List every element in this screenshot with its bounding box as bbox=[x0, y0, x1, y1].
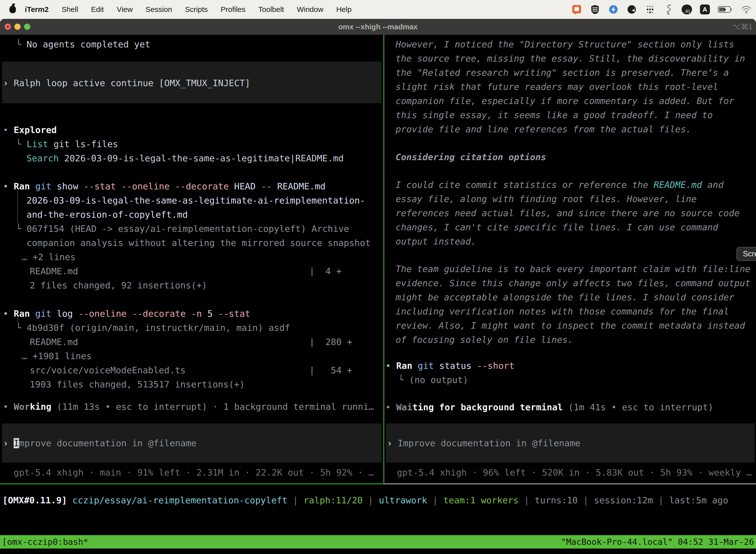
reasoning-paragraph-line: the source tree, missing the essay. Stil… bbox=[396, 51, 745, 65]
reasoning-paragraph-line: companion file, especially if more comme… bbox=[396, 94, 734, 108]
menu-item-edit[interactable]: Edit bbox=[84, 5, 110, 14]
ran-git-status-line: • Ran git status --short bbox=[385, 359, 514, 373]
reasoning-paragraph-line: provide file and line references from th… bbox=[396, 122, 691, 136]
explored-header-line: • Explored bbox=[3, 123, 57, 137]
omx-status-line: [OMX#0.11.9] cczip/essay/ai-reimplementa… bbox=[2, 493, 728, 507]
reasoning-paragraph-line: essay file, along with finding root file… bbox=[396, 192, 697, 206]
prompt-input-right[interactable]: › Improve documentation in @filename bbox=[387, 436, 580, 450]
prompt-input-left[interactable]: › Improve documentation in @filename bbox=[3, 436, 196, 450]
ran-git-log-line: • Ran git log --oneline --decorate -n 5 … bbox=[3, 307, 250, 321]
reasoning-section-heading: Considering citation options bbox=[396, 150, 546, 164]
tmux-session-window-label[interactable]: [omx-cczip0:bash* bbox=[2, 535, 88, 549]
git-show-arg-line1: 2026-03-09-is-legal-the-same-as-legitima… bbox=[26, 193, 365, 208]
input-source-badge[interactable]: A bbox=[700, 4, 710, 14]
menu-item-window[interactable]: Window bbox=[291, 5, 330, 14]
reasoning-paragraph-line: references need actual files, and since … bbox=[396, 206, 740, 220]
reasoning-paragraph-line: changes, I can't cite specific file line… bbox=[396, 220, 718, 234]
dots-grid-icon[interactable] bbox=[645, 4, 655, 15]
reasoning-paragraph-line: review. Also, I might want to inspect th… bbox=[396, 319, 745, 333]
tmux-status-bar: [omx-cczip0:bash* "MacBook-Pro-44.local"… bbox=[0, 535, 756, 549]
menu-item-app[interactable]: iTerm2 bbox=[25, 5, 55, 14]
keypad-shield-icon[interactable] bbox=[590, 4, 600, 15]
reasoning-paragraph-line: the "Related research writing" section i… bbox=[396, 65, 729, 80]
ran-git-show-line: • Ran git show --stat --oneline --decora… bbox=[3, 179, 326, 193]
reasoning-paragraph-line: output instead. bbox=[396, 234, 476, 248]
waiting-status-line: • Waiting for background terminal (1m 41… bbox=[385, 400, 713, 414]
git-show-output-message: companion analysis without altering the … bbox=[26, 236, 371, 250]
inject-banner-line: › Ralph loop active continue [OMX_TMUX_I… bbox=[3, 76, 250, 90]
crescent-disc-icon[interactable] bbox=[627, 4, 637, 15]
reasoning-paragraph-line: including verification notes with those … bbox=[396, 304, 729, 319]
pane-divider-vertical[interactable] bbox=[383, 35, 384, 484]
reasoning-paragraph-line: However, I noticed the "Directory Struct… bbox=[396, 37, 734, 51]
bolt-circle-icon[interactable] bbox=[608, 4, 619, 15]
git-show-output-morelines: … +2 lines bbox=[22, 250, 76, 264]
model-status-right: gpt-5.4 xhigh · 96% left · 520K in · 5.8… bbox=[397, 465, 752, 480]
reasoning-paragraph-line: this single essay, it seems like a good … bbox=[396, 108, 713, 122]
squiggle-icon[interactable] bbox=[663, 4, 674, 15]
tmux-host-clock-label: "MacBook-Pro-44.local" 04:52 31-Mar-26 bbox=[561, 535, 754, 549]
git-show-stat-summary: 2 files changed, 92 insertions(+) bbox=[30, 278, 207, 292]
working-status-line: • Working (11m 13s • esc to interrupt) ·… bbox=[3, 400, 374, 414]
menu-item-help[interactable]: Help bbox=[330, 5, 358, 14]
git-show-stat-readme: README.md | 4 + bbox=[30, 264, 341, 278]
menu-item-scripts[interactable]: Scripts bbox=[179, 5, 214, 14]
git-log-stat-readme: README.md | 280 + bbox=[30, 335, 352, 349]
reasoning-paragraph-line: might be acceptable alongside the file l… bbox=[396, 290, 734, 304]
git-log-output-commit: └ 4b9d30f (origin/main, instructkr/main,… bbox=[16, 321, 290, 335]
agents-completed-line: └ No agents completed yet bbox=[16, 37, 150, 51]
git-log-output-morelines: … +1901 lines bbox=[22, 349, 92, 363]
model-status-left: gpt-5.4 xhigh · main · 91% left · 2.31M … bbox=[14, 465, 374, 480]
explored-search-line: Search 2026-03-09-is-legal-the-same-as-l… bbox=[26, 151, 344, 165]
reasoning-paragraph-line: The team guideline is to back every impo… bbox=[396, 262, 750, 276]
menu-item-profiles[interactable]: Profiles bbox=[214, 5, 252, 14]
menu-bar-status-icons: ..61 A bbox=[571, 0, 752, 19]
tree-connector bbox=[17, 190, 18, 222]
battery-icon[interactable] bbox=[718, 4, 733, 15]
macos-menu-bar: iTerm2 Shell Edit View Session Scripts P… bbox=[0, 0, 756, 19]
git-show-output-commit: └ 067f154 (HEAD -> essay/ai-reimplementa… bbox=[16, 222, 349, 236]
reasoning-paragraph-line: slight risk that future readers may over… bbox=[396, 80, 718, 94]
pane-border-bottom-left[interactable] bbox=[0, 484, 384, 484]
reasoning-paragraph-line: I could cite commit statistics or refere… bbox=[396, 178, 723, 192]
explored-list-line: └ List git ls-files bbox=[16, 137, 118, 151]
pane-border-bottom-right[interactable] bbox=[384, 484, 756, 484]
terminal-content[interactable]: └ No agents completed yet › Ralph loop a… bbox=[0, 35, 756, 554]
git-status-output: └ (no output) bbox=[398, 373, 468, 387]
screen-share-pill-button[interactable]: Scre bbox=[737, 247, 756, 261]
iterm2-window: omx --xhigh --madmax ⌥⌘1 └ No agents com… bbox=[0, 19, 756, 554]
window-title-bar[interactable]: omx --xhigh --madmax ⌥⌘1 bbox=[0, 19, 756, 35]
git-log-stat-summary: 1903 files changed, 513517 insertions(+) bbox=[30, 377, 245, 391]
reasoning-paragraph-line: evidence. Since this change only affects… bbox=[396, 276, 750, 290]
menu-item-toolbelt[interactable]: Toolbelt bbox=[252, 5, 291, 14]
chat-app-icon[interactable] bbox=[571, 4, 582, 15]
window-shortcut-badge: ⌥⌘1 bbox=[733, 19, 753, 35]
menu-item-session[interactable]: Session bbox=[139, 5, 179, 14]
apple-logo-icon[interactable] bbox=[9, 6, 16, 13]
wifi-icon[interactable] bbox=[741, 4, 752, 15]
menu-item-shell[interactable]: Shell bbox=[55, 5, 84, 14]
menu-item-view[interactable]: View bbox=[110, 5, 139, 14]
count-badge[interactable]: ..61 bbox=[682, 4, 692, 14]
reasoning-paragraph-line: of focusing solely on file lines. bbox=[396, 333, 573, 347]
git-log-stat-src: src/voice/voiceModeEnabled.ts | 54 + bbox=[30, 363, 352, 377]
window-title: omx --xhigh --madmax bbox=[0, 19, 756, 35]
git-show-arg-line2: and-the-erosion-of-copyleft.md bbox=[26, 208, 188, 222]
